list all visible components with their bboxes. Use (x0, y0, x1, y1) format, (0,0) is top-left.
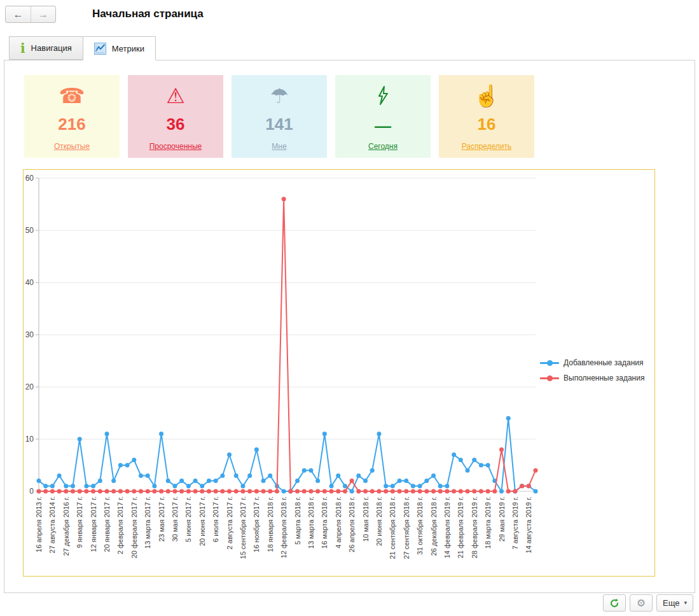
svg-text:14 августа 2019 г.: 14 августа 2019 г. (525, 496, 532, 553)
card-today-tasks: — Сегодня (335, 75, 431, 158)
info-icon: i (20, 42, 25, 55)
svg-text:60: 60 (25, 174, 34, 183)
refresh-button[interactable] (603, 594, 626, 612)
gear-icon: ⚙ (637, 598, 646, 608)
card-overdue-tasks: ⚠ 36 Просроченные (128, 75, 223, 158)
svg-text:4 апреля 2018 г.: 4 апреля 2018 г. (335, 496, 342, 549)
card-open-tasks: ☎ 216 Открытые (24, 75, 120, 158)
svg-text:20 февраля 2017 г.: 20 февраля 2017 г. (130, 496, 138, 558)
svg-text:18 марта 2019 г.: 18 марта 2019 г. (484, 496, 492, 549)
forward-arrow-icon: → (38, 10, 48, 20)
svg-text:30 мая 2017 г.: 30 мая 2017 г. (171, 496, 179, 542)
distribute-tasks-link[interactable]: Распределить (462, 142, 512, 151)
svg-text:20 января 2017 г.: 20 января 2017 г. (103, 496, 111, 552)
svg-text:12 января 2017 г.: 12 января 2017 г. (90, 496, 97, 552)
svg-text:9 января 2017 г.: 9 января 2017 г. (76, 496, 83, 548)
svg-text:10: 10 (25, 435, 34, 444)
svg-text:0: 0 (29, 487, 34, 496)
card-my-tasks: ☂ 141 Мне (232, 75, 327, 158)
svg-text:27 декабря 2016 г.: 27 декабря 2016 г. (62, 496, 70, 556)
legend-completed-tasks-label: Выполненные задания (564, 374, 644, 382)
tab-navigation-label: Навигация (31, 43, 72, 53)
svg-text:5 марта 2018 г.: 5 марта 2018 г. (294, 496, 301, 545)
more-button-label: Еще (663, 598, 679, 608)
card-distribute-tasks: ☝ 16 Распределить (439, 75, 534, 158)
svg-text:28 февраля 2019 г.: 28 февраля 2019 г. (471, 496, 478, 558)
svg-text:13 марта 2018 г.: 13 марта 2018 г. (307, 496, 315, 549)
svg-text:7 августа 2019 г.: 7 августа 2019 г. (511, 496, 519, 549)
svg-text:13 марта 2017 г.: 13 марта 2017 г. (144, 496, 151, 549)
metric-cards: ☎ 216 Открытые ⚠ 36 Просроченные ☂ 141 М… (24, 75, 534, 158)
added-tasks-swatch (540, 362, 559, 364)
svg-text:15 сентября 2017 г.: 15 сентября 2017 г. (239, 496, 247, 559)
lightning-icon (375, 85, 391, 109)
phone-icon: ☎ (59, 85, 85, 106)
svg-text:21 сентября 2018 г.: 21 сентября 2018 г. (389, 496, 396, 559)
overdue-tasks-count: 36 (167, 116, 185, 132)
svg-text:26 апреля 2018 г.: 26 апреля 2018 г. (348, 496, 356, 552)
forward-button[interactable]: → (31, 6, 55, 22)
completed-tasks-swatch (540, 377, 559, 379)
more-button[interactable]: Еще ▾ (656, 594, 693, 612)
today-tasks-link[interactable]: Сегодня (368, 142, 398, 151)
umbrella-icon: ☂ (270, 85, 289, 106)
my-tasks-count: 141 (265, 116, 293, 132)
svg-text:10 мая 2018 г.: 10 мая 2018 г. (362, 496, 370, 542)
legend-completed-tasks: Выполненные задания (540, 374, 644, 382)
chart-legend: Добавленные задания Выполненные задания (540, 358, 644, 382)
tab-metrics[interactable]: Метрики (83, 36, 156, 60)
svg-text:20: 20 (25, 382, 34, 391)
svg-text:2 февраля 2017 г.: 2 февраля 2017 г. (116, 496, 124, 554)
distribute-tasks-count: 16 (478, 116, 496, 132)
open-tasks-link[interactable]: Открытые (54, 142, 90, 151)
legend-added-tasks: Добавленные задания (540, 358, 644, 367)
svg-text:16 апреля 2013 г.: 16 апреля 2013 г. (35, 496, 43, 552)
svg-text:23 мая 2017 г.: 23 мая 2017 г. (158, 496, 165, 542)
my-tasks-link[interactable]: Мне (272, 142, 286, 151)
svg-text:18 января 2018 г.: 18 января 2018 г. (266, 496, 274, 552)
svg-text:27 августа 2014 г.: 27 августа 2014 г. (48, 496, 56, 553)
metrics-panel: ☎ 216 Открытые ⚠ 36 Просроченные ☂ 141 М… (4, 60, 695, 593)
svg-text:6 июля 2017 г.: 6 июля 2017 г. (212, 496, 219, 542)
back-arrow-icon: ← (13, 10, 24, 20)
svg-text:12 февраля 2018 г.: 12 февраля 2018 г. (280, 496, 287, 558)
line-chart-icon (94, 43, 106, 55)
open-tasks-count: 216 (58, 116, 85, 132)
chevron-down-icon: ▾ (684, 600, 687, 606)
tab-metrics-label: Метрики (112, 44, 144, 53)
svg-text:2 августа 2017 г.: 2 августа 2017 г. (226, 496, 233, 549)
svg-text:50: 50 (25, 226, 34, 235)
legend-added-tasks-label: Добавленные задания (564, 358, 644, 367)
svg-text:20 июня 2018 г.: 20 июня 2018 г. (375, 496, 383, 546)
svg-text:27 сентября 2018 г.: 27 сентября 2018 г. (403, 496, 410, 559)
page-title: Начальная страница (92, 8, 204, 20)
history-nav: ← → (5, 6, 56, 23)
svg-text:20 июня 2017 г.: 20 июня 2017 г. (198, 496, 206, 546)
svg-text:16 ноября 2017 г.: 16 ноября 2017 г. (253, 496, 260, 552)
pointing-hand-icon: ☝ (473, 85, 499, 106)
back-button[interactable]: ← (6, 6, 31, 22)
today-tasks-count: — (375, 118, 391, 134)
svg-text:40: 40 (25, 278, 34, 287)
tab-bar: i Навигация Метрики (9, 36, 156, 60)
tab-navigation[interactable]: i Навигация (9, 36, 83, 60)
command-bar: ⚙ Еще ▾ (603, 594, 693, 612)
svg-text:30: 30 (25, 330, 34, 339)
overdue-tasks-link[interactable]: Просроченные (149, 142, 202, 151)
tasks-chart[interactable]: 010203040506016 апреля 2013 г.27 августа… (23, 169, 655, 577)
svg-text:16 марта 2018 г.: 16 марта 2018 г. (321, 496, 328, 549)
settings-button[interactable]: ⚙ (630, 594, 653, 612)
svg-text:31 октября 2018 г.: 31 октября 2018 г. (416, 496, 424, 555)
svg-text:26 декабря 2018 г.: 26 декабря 2018 г. (430, 496, 438, 556)
refresh-icon (609, 598, 619, 608)
svg-text:21 февраля 2019 г.: 21 февраля 2019 г. (457, 496, 464, 558)
warning-icon: ⚠ (166, 85, 185, 106)
svg-text:14 февраля 2019 г.: 14 февраля 2019 г. (443, 496, 451, 558)
svg-text:29 мая 2019 г.: 29 мая 2019 г. (498, 496, 506, 542)
svg-text:5 июня 2017 г.: 5 июня 2017 г. (184, 496, 192, 542)
